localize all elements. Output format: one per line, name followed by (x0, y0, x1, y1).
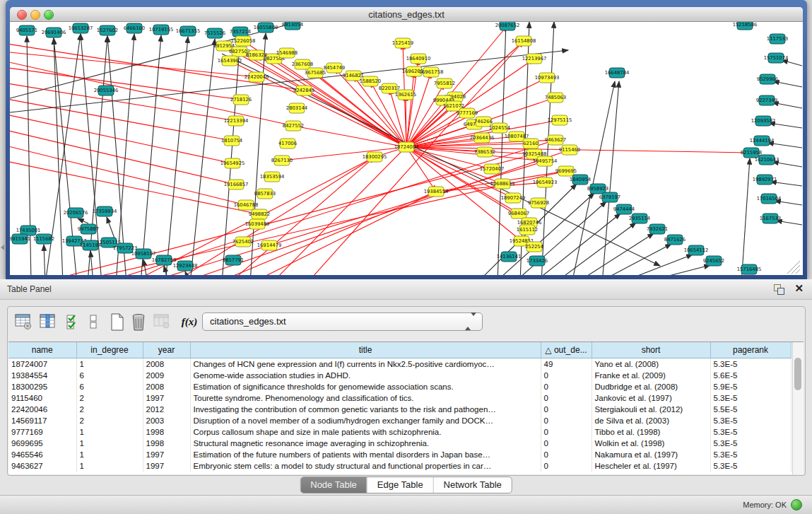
table-cell[interactable]: 6 (76, 370, 143, 381)
table-cell[interactable]: de Silva et al. (2003) (592, 415, 710, 426)
citation-edge-red[interactable] (144, 161, 545, 275)
memory-status-icon[interactable] (791, 499, 802, 510)
graph-node[interactable]: 9242843 (293, 86, 314, 95)
table-cell[interactable]: 5.3E-5 (710, 358, 791, 370)
graph-node[interactable]: 10653287 (69, 23, 93, 33)
citation-edge-black[interactable] (116, 34, 134, 275)
table-cell[interactable]: 19384554 (8, 370, 76, 381)
table-cell[interactable]: Investigating the contribution of common… (190, 404, 541, 415)
graph-node[interactable]: 1362615 (395, 90, 416, 100)
resize-grip-icon[interactable] (787, 261, 800, 274)
graph-node[interactable]: 1733426 (526, 256, 548, 266)
table-cell[interactable]: 1997 (143, 392, 190, 404)
graph-node[interactable]: 1115682 (33, 234, 54, 244)
table-cell[interactable]: Changes of HCN gene expression and I(f) … (190, 358, 541, 370)
table-cell[interactable]: 0 (541, 438, 592, 449)
table-cell[interactable]: 2 (76, 392, 143, 404)
graph-node[interactable]: 16154808 (512, 36, 536, 46)
table-cell[interactable]: Structural magnetic resonance image aver… (190, 438, 541, 449)
table-cell[interactable]: 9465546 (8, 449, 76, 460)
table-cell[interactable]: 2 (76, 404, 143, 415)
graph-node[interactable]: 9115460 (559, 145, 580, 155)
graph-node[interactable]: 1546988 (276, 48, 298, 58)
table-cell[interactable]: 0 (541, 370, 592, 381)
network-view[interactable]: 1872400718300295193845549405571206914061… (10, 22, 803, 275)
graph-node[interactable]: 7485063 (545, 93, 566, 103)
table-cell[interactable]: 0 (541, 392, 592, 404)
graph-node[interactable]: 8427552 (283, 121, 304, 131)
split-collapse-icon[interactable] (1, 245, 4, 250)
graph-node[interactable]: 252254 (525, 242, 543, 252)
graph-node[interactable]: 1615112 (517, 225, 538, 235)
column-header-short[interactable]: short (592, 342, 710, 358)
table-cell[interactable]: 2 (76, 415, 143, 426)
table-cell[interactable]: 0 (541, 404, 592, 415)
table-cell[interactable]: 2009 (143, 370, 190, 381)
graph-node[interactable]: 16039489 (245, 219, 270, 229)
table-panel-header[interactable]: Table Panel ✕ (0, 279, 812, 300)
graph-node[interactable]: 15751074 (764, 53, 789, 63)
graph-node[interactable]: 8454749 (324, 63, 345, 73)
graph-node[interactable]: 22420046 (245, 72, 269, 82)
graph-node[interactable]: 9529966 (757, 74, 778, 84)
table-cell[interactable]: Yano et al. (2008) (592, 358, 710, 370)
graph-node[interactable]: 15218586 (733, 22, 758, 30)
table-cell[interactable]: 5.9E-5 (710, 381, 791, 392)
table-cell[interactable]: Franke et al. (2009) (592, 370, 710, 381)
citation-edge-black[interactable] (165, 37, 188, 275)
table-cell[interactable]: 5.3E-5 (710, 449, 791, 460)
graph-node[interactable]: 18353594 (260, 172, 285, 182)
table-cell[interactable]: 2008 (143, 381, 190, 392)
clear-selection-icon[interactable] (87, 312, 107, 332)
table-cell[interactable]: 0 (541, 381, 592, 392)
graph-node[interactable]: 18907249 (501, 193, 526, 203)
table-cell[interactable]: 2012 (143, 404, 190, 415)
table-row[interactable]: 1456911722003Disruption of a novel membe… (8, 415, 791, 426)
table-cell[interactable]: 1998 (143, 426, 190, 438)
graph-node[interactable]: 9975887 (78, 224, 99, 234)
table-cell[interactable]: Jankovic et al. (1997) (592, 392, 710, 404)
column-header-pagerank[interactable]: pagerank (710, 342, 791, 358)
table-cell[interactable]: 18724007 (8, 358, 76, 370)
table-cell[interactable]: 1 (76, 449, 143, 460)
import-table-icon[interactable] (152, 312, 172, 332)
table-cell[interactable]: 1997 (143, 449, 190, 460)
show-columns-icon[interactable] (38, 312, 58, 332)
graph-node[interactable]: 3915941 (10, 234, 30, 244)
table-cell[interactable]: 49 (541, 358, 592, 370)
graph-node[interactable]: 18640910 (406, 54, 431, 64)
table-cell[interactable]: 1 (76, 358, 143, 370)
graph-node[interactable]: 12213394 (224, 116, 249, 126)
graph-node[interactable]: 417006 (278, 139, 297, 148)
graph-node[interactable]: 1810754 (221, 136, 242, 146)
graph-node[interactable]: 15716485 (737, 264, 762, 274)
table-cell[interactable]: 9115460 (8, 392, 76, 404)
graph-node[interactable]: 9857791 (223, 255, 244, 265)
graph-node[interactable]: 9463627 (545, 135, 566, 145)
graph-node[interactable]: 2803144 (286, 103, 307, 113)
table-cell[interactable]: 1998 (143, 438, 190, 449)
table-cell[interactable]: Hescheler et al. (1997) (592, 460, 710, 472)
graph-node[interactable]: 9405571 (16, 25, 37, 35)
table-cell[interactable]: 1 (76, 438, 143, 449)
graph-node[interactable]: 8215958 (741, 148, 762, 158)
table-cell[interactable]: Disruption of a novel member of a sodium… (190, 415, 541, 426)
graph-node[interactable]: 9498822 (249, 209, 270, 219)
graph-node[interactable]: 2718126 (230, 95, 252, 105)
close-panel-icon[interactable]: ✕ (794, 282, 804, 295)
table-cell[interactable]: 9777169 (8, 426, 76, 438)
graph-node[interactable]: 20691406 (42, 28, 66, 37)
graph-node[interactable]: 8857833 (254, 189, 276, 199)
table-cell[interactable]: Embryonic stem cells: a model to study s… (190, 460, 541, 472)
table-row[interactable]: 1938455462009Genome-wide association stu… (8, 370, 791, 381)
citation-edge-black[interactable] (44, 245, 45, 275)
table-cell[interactable]: 5.3E-5 (710, 426, 791, 438)
table-mode-icon[interactable] (13, 312, 33, 332)
table-cell[interactable]: 1997 (143, 460, 190, 472)
table-row[interactable]: 969969511998Structural magnetic resonanc… (8, 438, 791, 449)
table-selector[interactable]: citations_edges.txt (202, 313, 483, 331)
vertical-scrollbar[interactable] (792, 342, 804, 474)
table-cell[interactable]: 1 (76, 460, 143, 472)
graph-node[interactable]: 6466160 (124, 23, 145, 33)
graph-node[interactable]: 1588520 (360, 76, 381, 86)
